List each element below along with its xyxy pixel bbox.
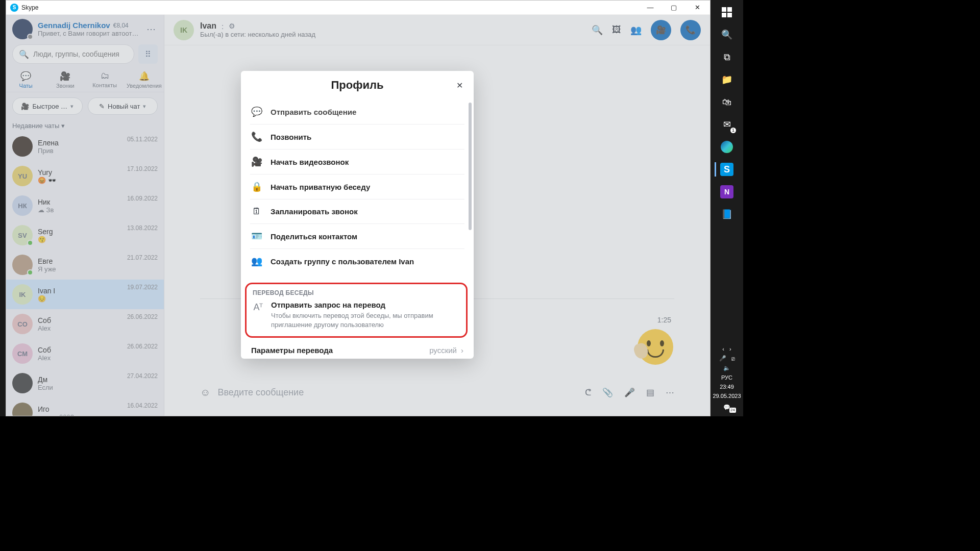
translation-section-title: ПЕРЕВОД БЕСЕДЫ [252,289,461,296]
profile-row-schedule-call[interactable]: 🗓 Запланировать звонок [250,199,464,224]
profile-row-call[interactable]: 📞 Позвонить [250,124,464,149]
tray-mic-icon[interactable]: 🎤 [719,355,726,362]
taskbar-mail[interactable]: ✉1 [715,114,739,135]
profile-row-create-group[interactable]: 👥 Создать группу с пользователем Ivan [250,249,464,273]
schedule-icon: 🗓 [251,206,262,217]
tray-language[interactable]: РУС [721,374,732,381]
skype-window: S Skype — ▢ ✕ Gennadij Chernikov €8,04 П… [6,0,710,416]
translation-params-row[interactable]: Параметры перевода русский› [250,338,464,355]
taskbar-edge[interactable] [715,137,739,157]
modal-scrollbar[interactable] [469,103,472,230]
tray-cast-icon[interactable]: ⎚ [731,356,735,362]
window-title: Skype [21,4,38,11]
translation-request-title: Отправить запрос на перевод [271,300,460,309]
tray-chevron-icon[interactable]: ‹ [722,346,724,352]
taskbar-search-button[interactable]: 🔍 [715,24,739,45]
contact-card-icon: 🪪 [251,231,262,242]
start-button[interactable] [715,2,739,22]
titlebar: S Skype — ▢ ✕ [6,1,710,15]
svg-rect-1 [727,7,732,12]
tray-time[interactable]: 23:49 [720,384,734,390]
svg-rect-0 [722,7,726,12]
tray-expand-icon[interactable]: › [729,346,731,352]
window-minimize-button[interactable]: — [639,1,662,15]
svg-rect-2 [722,13,726,17]
window-maximize-button[interactable]: ▢ [662,1,685,15]
translate-icon: Aᵀ [253,300,264,329]
taskbar-skype[interactable]: S [715,159,739,180]
translation-section-highlight: ПЕРЕВОД БЕСЕДЫ Aᵀ Отправить запрос на пе… [245,283,468,338]
taskbar-explorer[interactable]: 📁 [715,69,739,90]
window-close-button[interactable]: ✕ [685,1,709,15]
tray-date[interactable]: 29.05.2023 [713,393,741,399]
onenote-icon: N [720,185,733,198]
skype-icon: S [720,163,733,176]
profile-modal: Профиль ✕ 💬 Отправить сообщение 📞 Позвон… [241,71,474,359]
tray-volume-icon[interactable]: 🔈 [723,365,730,371]
phone-icon: 📞 [251,131,262,142]
edge-icon [721,141,733,153]
profile-row-send-message[interactable]: 💬 Отправить сообщение [250,99,464,124]
lock-chat-icon: 🔒 [251,181,262,192]
modal-title: Профиль [331,79,384,92]
taskbar-notepad[interactable]: 📘 [715,204,739,224]
profile-row-share-contact[interactable]: 🪪 Поделиться контактом [250,224,464,249]
skype-logo-icon: S [10,4,18,12]
profile-row-private-chat[interactable]: 🔒 Начать приватную беседу [250,174,464,199]
translation-request-desc: Чтобы включить перевод этой беседы, мы о… [271,311,460,329]
svg-rect-3 [727,13,732,17]
profile-row-video-call[interactable]: 🎥 Начать видеозвонок [250,149,464,174]
windows-logo-icon [722,7,732,17]
taskbar-onenote[interactable]: N [715,182,739,202]
modal-close-button[interactable]: ✕ [452,78,467,92]
chevron-right-icon: › [461,346,463,355]
video-icon: 🎥 [251,156,262,167]
taskbar-store[interactable]: 🛍 [715,92,739,112]
translation-request-row[interactable]: Aᵀ Отправить запрос на перевод Чтобы вкл… [252,300,461,329]
message-icon: 💬 [251,106,262,117]
task-view-button[interactable]: ⧉ [715,47,739,67]
windows-taskbar: 🔍 ⧉ 📁 🛍 ✉1 S N 📘 ‹› 🎤⎚ 🔈 РУС 23:49 29.05… [710,0,743,416]
group-icon: 👥 [251,256,262,267]
